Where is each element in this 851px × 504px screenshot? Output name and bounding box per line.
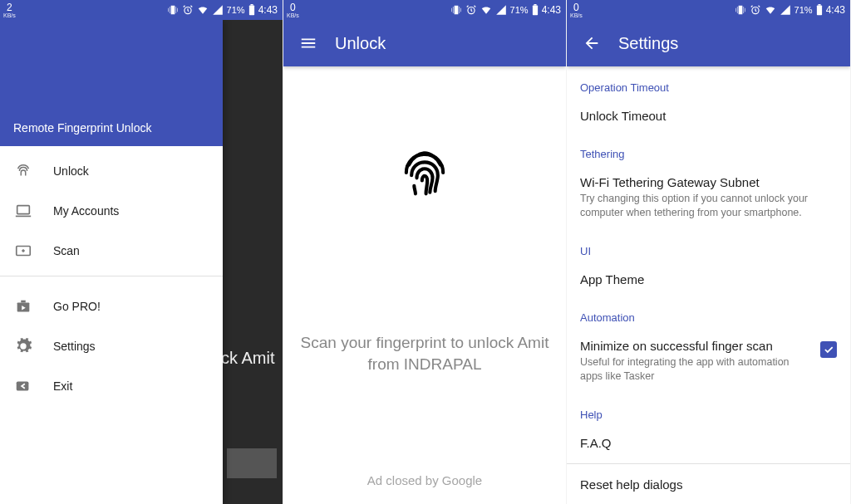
screen-unlock: 0 KB/s 71% 4:43 Unlock [283, 0, 567, 504]
signal-icon [780, 4, 791, 16]
setting-title: F.A.Q [580, 436, 837, 450]
appbar: Unlock [283, 20, 566, 66]
drawer-item-accounts[interactable]: My Accounts [0, 191, 223, 231]
laptop-icon [13, 201, 33, 221]
alarm-icon [182, 4, 194, 16]
screen-drawer: 2 KB/s 71% 4:43 ck Amit Remote Fingerpri… [0, 0, 283, 504]
check-icon [823, 344, 834, 355]
fingerprint-icon [13, 161, 33, 181]
drawer-item-label: Unlock [53, 164, 89, 178]
unlock-root: Unlock Scan your fingerprint to unlock A… [283, 20, 566, 504]
drawer-item-unlock[interactable]: Unlock [0, 151, 223, 191]
drawer-item-label: Settings [53, 340, 96, 353]
clock-text: 4:43 [258, 4, 278, 16]
drawer-item-gopro[interactable]: Go PRO! [0, 286, 223, 326]
hamburger-icon [299, 34, 317, 52]
scan-icon [13, 241, 33, 261]
nav-drawer: Remote Fingerprint Unlock Unlock My Acco… [0, 20, 223, 504]
vibrate-icon [735, 4, 746, 16]
drawer-item-settings[interactable]: Settings [0, 326, 223, 366]
setting-app-theme[interactable]: App Theme [580, 262, 837, 296]
setting-tethering-subnet[interactable]: Wi-Fi Tethering Gateway Subnet Try chang… [580, 165, 837, 230]
exit-icon [13, 376, 33, 396]
battery-text: 71% [794, 5, 813, 15]
setting-minimize-on-scan[interactable]: Minimize on successful finger scan Usefu… [580, 329, 837, 394]
clock-text: 4:43 [826, 4, 845, 16]
svg-rect-6 [21, 301, 26, 303]
drawer-item-exit[interactable]: Exit [0, 366, 223, 406]
setting-faq[interactable]: F.A.Q [580, 426, 837, 460]
svg-rect-11 [534, 4, 536, 6]
net-speed: 0 KB/s [570, 2, 583, 18]
drawer-item-label: Exit [53, 379, 72, 393]
section-header-help: Help [580, 409, 837, 421]
screen-settings: 0 KB/s 71% 4:43 Settings Operation Timeo… [567, 0, 851, 504]
arrow-back-icon [583, 34, 601, 52]
fingerprint-icon [393, 141, 456, 208]
battery-text: 71% [227, 5, 245, 15]
wifi-icon [480, 4, 492, 16]
settings-body[interactable]: Operation Timeout Unlock Timeout Tetheri… [567, 66, 850, 504]
svg-rect-2 [250, 4, 253, 6]
section-header-timeout: Operation Timeout [580, 81, 837, 94]
appbar-title: Unlock [335, 34, 386, 53]
ad-notice[interactable]: Ad closed by Google [367, 473, 482, 487]
pro-icon [13, 296, 33, 316]
menu-button[interactable] [292, 27, 325, 60]
section-header-tethering: Tethering [580, 148, 837, 160]
back-button[interactable] [575, 27, 608, 60]
checkbox-checked[interactable] [820, 341, 837, 358]
battery-text: 71% [510, 5, 529, 15]
ad-text: Ad closed by Google [367, 473, 482, 487]
alarm-icon [750, 4, 761, 16]
gear-icon [13, 336, 33, 356]
setting-title: Reset help dialogs [580, 477, 837, 492]
appbar-title: Settings [618, 34, 678, 53]
battery-icon [816, 4, 823, 16]
section-header-ui: UI [580, 245, 837, 257]
vibrate-icon [450, 4, 462, 16]
drawer-item-label: My Accounts [53, 204, 119, 218]
drawer-item-label: Scan [53, 244, 80, 257]
unlock-prompt: Scan your fingerprint to unlock Amit fro… [283, 332, 566, 374]
appbar: Settings [567, 20, 850, 66]
setting-reset-help[interactable]: Reset help dialogs [580, 467, 837, 502]
setting-subtitle: Try changing this option if you cannot u… [580, 192, 837, 220]
signal-icon [495, 4, 507, 16]
drawer-list-primary: Unlock My Accounts Scan [0, 146, 223, 271]
setting-unlock-timeout[interactable]: Unlock Timeout [580, 99, 837, 133]
clock-text: 4:43 [542, 4, 561, 16]
alarm-icon [465, 4, 477, 16]
status-bar: 2 KB/s 71% 4:43 [0, 0, 283, 20]
drawer-title: Remote Fingerprint Unlock [13, 121, 152, 135]
settings-divider [567, 463, 850, 464]
svg-rect-14 [818, 4, 820, 6]
wifi-icon [765, 4, 776, 16]
status-bar: 0 KB/s 71% 4:43 [283, 0, 566, 20]
wifi-icon [197, 4, 209, 16]
drawer-item-label: Go PRO! [53, 300, 101, 313]
background-text-snippet: ck Amit [216, 316, 283, 401]
setting-title: Minimize on successful finger scan [580, 339, 812, 353]
net-speed: 2 KB/s [3, 2, 16, 18]
status-bar: 0 KB/s 71% 4:43 [567, 0, 850, 20]
battery-icon [248, 4, 255, 16]
drawer-header: Remote Fingerprint Unlock [0, 20, 223, 146]
svg-rect-1 [249, 6, 254, 16]
signal-icon [212, 4, 224, 16]
setting-title: App Theme [580, 272, 837, 286]
setting-title: Unlock Timeout [580, 109, 837, 123]
svg-rect-10 [533, 6, 538, 16]
background-button-snippet [227, 448, 277, 478]
settings-root: Settings Operation Timeout Unlock Timeou… [567, 20, 850, 504]
section-header-automation: Automation [580, 311, 837, 324]
battery-icon [532, 4, 539, 16]
svg-rect-3 [17, 206, 30, 214]
drawer-list-secondary: Go PRO! Settings Exit [0, 281, 223, 406]
drawer-divider [0, 276, 223, 276]
vibrate-icon [167, 4, 179, 16]
setting-title: Wi-Fi Tethering Gateway Subnet [580, 175, 837, 189]
svg-rect-13 [817, 6, 822, 16]
net-speed: 0 KB/s [287, 2, 299, 18]
drawer-item-scan[interactable]: Scan [0, 231, 223, 271]
